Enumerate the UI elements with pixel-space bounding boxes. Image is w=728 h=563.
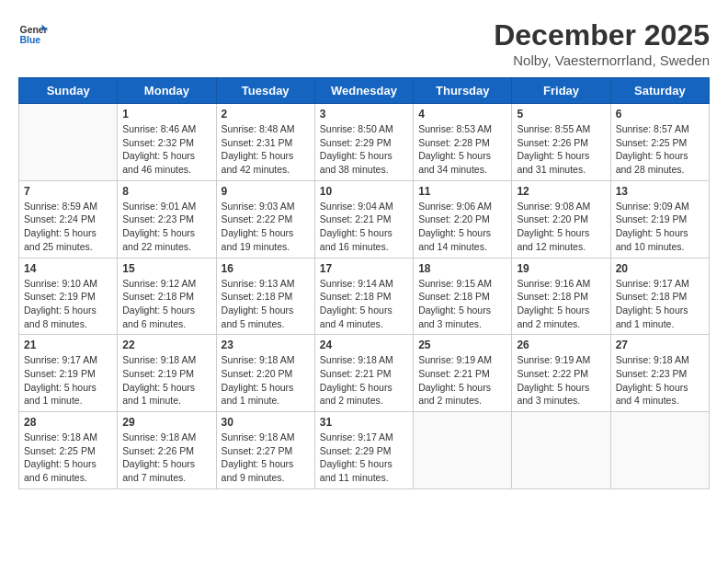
day-header-monday: Monday [118,78,216,104]
day-number: 3 [320,108,408,121]
day-number: 10 [320,185,408,198]
day-number: 26 [517,339,605,351]
calendar-cell: 9Sunrise: 9:03 AMSunset: 2:22 PMDaylight… [216,180,314,258]
month-title: December 2025 [494,18,710,52]
day-info: Sunrise: 9:18 AMSunset: 2:27 PMDaylight:… [222,431,310,485]
calendar-cell: 25Sunrise: 9:19 AMSunset: 2:21 PMDayligh… [414,335,512,412]
day-info: Sunrise: 9:12 AMSunset: 2:18 PMDaylight:… [122,277,210,331]
location-title: Nolby, Vaesternorrland, Sweden [494,52,710,68]
day-number: 6 [616,108,704,121]
calendar-cell: 28Sunrise: 9:18 AMSunset: 2:25 PMDayligh… [19,412,118,489]
day-header-tuesday: Tuesday [216,78,314,104]
day-info: Sunrise: 8:59 AMSunset: 2:24 PMDaylight:… [24,200,112,254]
calendar-cell: 11Sunrise: 9:06 AMSunset: 2:20 PMDayligh… [414,180,512,258]
day-number: 16 [222,262,310,275]
day-number: 15 [122,262,210,275]
day-info: Sunrise: 9:17 AMSunset: 2:29 PMDaylight:… [320,431,408,485]
day-number: 7 [24,185,112,198]
calendar-cell: 15Sunrise: 9:12 AMSunset: 2:18 PMDayligh… [118,258,216,335]
calendar-cell: 5Sunrise: 8:55 AMSunset: 2:26 PMDaylight… [512,104,610,181]
day-info: Sunrise: 8:46 AMSunset: 2:32 PMDaylight:… [122,122,210,177]
calendar-cell: 20Sunrise: 9:17 AMSunset: 2:18 PMDayligh… [610,258,709,335]
calendar-cell [610,412,709,489]
day-number: 5 [517,108,605,121]
day-info: Sunrise: 9:17 AMSunset: 2:19 PMDaylight:… [24,353,112,408]
logo: General Blue [18,18,48,48]
day-info: Sunrise: 9:18 AMSunset: 2:21 PMDaylight:… [320,353,408,408]
svg-text:Blue: Blue [20,35,41,45]
calendar-cell: 19Sunrise: 9:16 AMSunset: 2:18 PMDayligh… [512,258,610,335]
day-info: Sunrise: 9:18 AMSunset: 2:23 PMDaylight:… [616,353,704,408]
day-number: 25 [418,339,506,351]
calendar-cell: 17Sunrise: 9:14 AMSunset: 2:18 PMDayligh… [314,258,413,335]
day-number: 14 [24,262,112,275]
day-info: Sunrise: 9:18 AMSunset: 2:26 PMDaylight:… [122,431,210,485]
day-number: 9 [222,185,310,198]
day-info: Sunrise: 9:08 AMSunset: 2:20 PMDaylight:… [517,200,605,254]
calendar-cell: 8Sunrise: 9:01 AMSunset: 2:23 PMDaylight… [118,180,216,258]
day-number: 22 [122,339,210,351]
calendar-cell: 31Sunrise: 9:17 AMSunset: 2:29 PMDayligh… [314,412,413,489]
calendar-week-row: 28Sunrise: 9:18 AMSunset: 2:25 PMDayligh… [19,412,710,489]
day-number: 24 [320,339,408,351]
day-number: 23 [222,339,310,351]
calendar-cell: 21Sunrise: 9:17 AMSunset: 2:19 PMDayligh… [19,335,118,412]
day-info: Sunrise: 9:15 AMSunset: 2:18 PMDaylight:… [418,277,506,331]
day-number: 31 [320,416,408,429]
day-number: 28 [24,416,112,429]
logo-icon: General Blue [18,18,48,48]
calendar-cell: 16Sunrise: 9:13 AMSunset: 2:18 PMDayligh… [216,258,314,335]
day-header-wednesday: Wednesday [314,78,413,104]
day-info: Sunrise: 9:06 AMSunset: 2:20 PMDaylight:… [418,200,506,254]
calendar-cell: 3Sunrise: 8:50 AMSunset: 2:29 PMDaylight… [314,104,413,181]
title-block: December 2025 Nolby, Vaesternorrland, Sw… [494,18,710,68]
calendar-cell: 24Sunrise: 9:18 AMSunset: 2:21 PMDayligh… [314,335,413,412]
calendar-table: SundayMondayTuesdayWednesdayThursdayFrid… [18,77,710,489]
calendar-cell: 22Sunrise: 9:18 AMSunset: 2:19 PMDayligh… [118,335,216,412]
calendar-cell: 29Sunrise: 9:18 AMSunset: 2:26 PMDayligh… [118,412,216,489]
calendar-cell: 10Sunrise: 9:04 AMSunset: 2:21 PMDayligh… [314,180,413,258]
day-info: Sunrise: 9:10 AMSunset: 2:19 PMDaylight:… [24,277,112,331]
day-number: 19 [517,262,605,275]
calendar-week-row: 1Sunrise: 8:46 AMSunset: 2:32 PMDaylight… [19,104,710,181]
day-number: 29 [122,416,210,429]
calendar-week-row: 14Sunrise: 9:10 AMSunset: 2:19 PMDayligh… [19,258,710,335]
day-header-friday: Friday [512,78,610,104]
calendar-cell: 26Sunrise: 9:19 AMSunset: 2:22 PMDayligh… [512,335,610,412]
day-info: Sunrise: 8:57 AMSunset: 2:25 PMDaylight:… [616,122,704,177]
calendar-week-row: 7Sunrise: 8:59 AMSunset: 2:24 PMDaylight… [19,180,710,258]
calendar-cell [19,104,118,181]
day-header-thursday: Thursday [414,78,512,104]
day-number: 4 [418,108,506,121]
day-number: 27 [616,339,704,351]
calendar-cell: 23Sunrise: 9:18 AMSunset: 2:20 PMDayligh… [216,335,314,412]
day-number: 18 [418,262,506,275]
day-number: 12 [517,185,605,198]
day-number: 2 [222,108,310,121]
day-info: Sunrise: 9:13 AMSunset: 2:18 PMDaylight:… [222,277,310,331]
day-info: Sunrise: 9:18 AMSunset: 2:20 PMDaylight:… [222,353,310,408]
calendar-cell: 18Sunrise: 9:15 AMSunset: 2:18 PMDayligh… [414,258,512,335]
day-header-saturday: Saturday [610,78,709,104]
days-header-row: SundayMondayTuesdayWednesdayThursdayFrid… [19,78,710,104]
day-info: Sunrise: 9:04 AMSunset: 2:21 PMDaylight:… [320,200,408,254]
calendar-cell: 7Sunrise: 8:59 AMSunset: 2:24 PMDaylight… [19,180,118,258]
day-number: 30 [222,416,310,429]
calendar-cell: 1Sunrise: 8:46 AMSunset: 2:32 PMDaylight… [118,104,216,181]
day-info: Sunrise: 8:53 AMSunset: 2:28 PMDaylight:… [418,122,506,177]
calendar-cell: 12Sunrise: 9:08 AMSunset: 2:20 PMDayligh… [512,180,610,258]
calendar-cell: 4Sunrise: 8:53 AMSunset: 2:28 PMDaylight… [414,104,512,181]
calendar-cell [512,412,610,489]
day-info: Sunrise: 9:19 AMSunset: 2:22 PMDaylight:… [517,353,605,408]
day-number: 21 [24,339,112,351]
calendar-cell: 27Sunrise: 9:18 AMSunset: 2:23 PMDayligh… [610,335,709,412]
day-info: Sunrise: 9:14 AMSunset: 2:18 PMDaylight:… [320,277,408,331]
calendar-cell [414,412,512,489]
day-info: Sunrise: 8:55 AMSunset: 2:26 PMDaylight:… [517,122,605,177]
day-number: 1 [122,108,210,121]
day-info: Sunrise: 9:19 AMSunset: 2:21 PMDaylight:… [418,353,506,408]
calendar-cell: 2Sunrise: 8:48 AMSunset: 2:31 PMDaylight… [216,104,314,181]
day-info: Sunrise: 9:16 AMSunset: 2:18 PMDaylight:… [517,277,605,331]
day-number: 11 [418,185,506,198]
day-info: Sunrise: 9:09 AMSunset: 2:19 PMDaylight:… [616,200,704,254]
